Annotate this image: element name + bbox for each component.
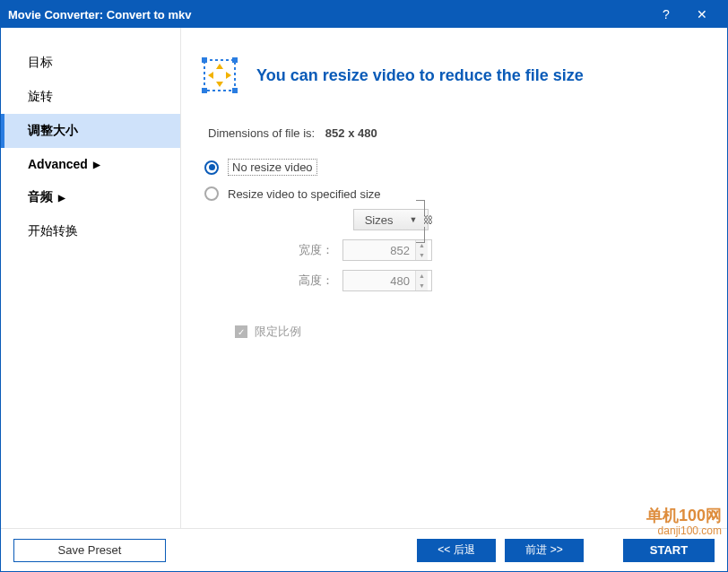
svg-marker-6 [216,82,223,87]
height-label: 高度： [235,273,334,289]
close-button[interactable]: ✕ [684,7,720,22]
sidebar-item-label: 旋转 [28,89,53,105]
resize-icon [199,55,240,96]
page-title: You can resize video to reduce the file … [256,66,584,85]
radio-no-resize[interactable]: No resize video [204,156,700,178]
chevron-right-icon: ▶ [58,193,65,203]
svg-rect-4 [232,88,238,93]
start-button[interactable]: START [623,539,715,562]
radio-resize-specified[interactable]: Resize video to specified size [204,184,700,204]
width-input[interactable] [343,240,415,260]
sizes-label: Sizes [365,213,394,227]
checkmark-icon: ✓ [235,325,247,338]
radio-icon [204,186,219,201]
spin-down-icon[interactable]: ▼ [416,250,428,260]
link-dimensions-icon[interactable]: ⛓ [416,200,429,243]
svg-marker-8 [226,72,231,79]
sidebar-item-label: 音频 [28,189,53,205]
sidebar-item-label: 目标 [28,55,53,71]
main-panel: You can resize video to reduce the file … [181,28,727,530]
footer: Save Preset << 后退 前进 >> START [1,528,727,571]
titlebar: Movie Converter: Convert to mkv ? ✕ [1,1,727,28]
dimensions-label: Dimensions of file is: [208,126,315,140]
sidebar-item-target[interactable]: 目标 [1,46,180,80]
radio-label: Resize video to specified size [228,187,381,201]
help-button[interactable]: ? [648,7,684,22]
sidebar-item-audio[interactable]: 音频▶ [1,180,180,214]
sidebar-item-label: 调整大小 [28,123,78,139]
width-label: 宽度： [235,242,334,258]
sidebar-item-start-convert[interactable]: 开始转换 [1,214,180,248]
sidebar-item-advanced[interactable]: Advanced▶ [1,148,180,180]
window-title: Movie Converter: Convert to mkv [8,8,648,22]
sidebar-item-label: Advanced [28,157,88,171]
spin-down-icon[interactable]: ▼ [416,281,428,290]
save-preset-button[interactable]: Save Preset [13,539,166,562]
resize-controls-group: Sizes ▼ 宽度： ▲▼ 高度： ▲▼ ⛓ [235,209,700,340]
dimensions-value: 852 x 480 [325,126,377,140]
svg-marker-5 [216,64,223,69]
sidebar-item-label: 开始转换 [28,223,78,239]
forward-button[interactable]: 前进 >> [505,539,584,562]
spin-up-icon[interactable]: ▲ [416,271,428,281]
height-spinner[interactable]: ▲▼ [342,270,432,291]
dimensions-row: Dimensions of file is: 852 x 480 [208,126,700,140]
lock-ratio-checkbox[interactable]: ✓ 限定比例 [235,324,700,340]
sidebar-item-resize[interactable]: 调整大小 [1,114,180,148]
sidebar: 目标 旋转 调整大小 Advanced▶ 音频▶ 开始转换 [1,28,180,530]
sidebar-item-rotate[interactable]: 旋转 [1,80,180,114]
svg-rect-1 [202,57,207,63]
height-input[interactable] [343,271,415,290]
svg-rect-3 [202,88,207,93]
radio-label: No resize video [228,159,317,176]
radio-icon [204,160,219,175]
svg-marker-7 [208,72,213,79]
lock-ratio-label: 限定比例 [255,324,301,340]
svg-rect-2 [232,57,238,63]
back-button[interactable]: << 后退 [417,539,496,562]
chevron-right-icon: ▶ [93,160,100,169]
